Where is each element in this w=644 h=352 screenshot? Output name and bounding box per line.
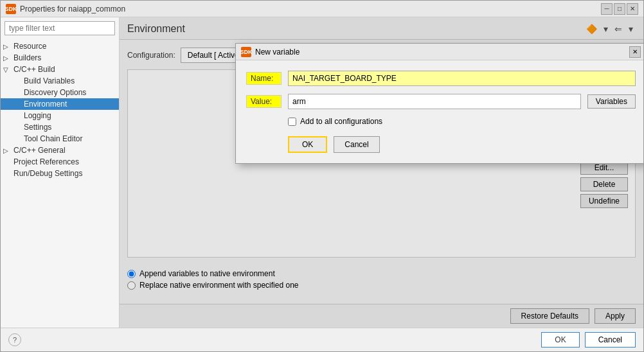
modal-overlay: SDK New variable ✕ Name: Value: [120, 17, 643, 328]
modal-footer: OK Cancel [246, 136, 636, 153]
modal-title: New variable [255, 48, 300, 57]
modal-title-bar: SDK New variable ✕ [236, 44, 643, 60]
title-bar-buttons: ─ □ ✕ [601, 3, 638, 15]
close-window-button[interactable]: ✕ [627, 3, 638, 15]
modal-checkbox-row: Add to all configurations [288, 117, 636, 126]
sidebar-item-tool-chain-editor[interactable]: Tool Chain Editor [1, 133, 119, 145]
footer-cancel-button[interactable]: Cancel [585, 332, 636, 348]
right-panel: Environment 🔶 ▾ ⇐ ▾ Configuration: Defau… [120, 17, 643, 328]
sidebar-item-cpp-general[interactable]: ▷ C/C++ General [1, 145, 119, 156]
all-configs-label: Add to all configurations [300, 117, 382, 126]
modal-cancel-button[interactable]: Cancel [334, 136, 379, 153]
sidebar-item-environment[interactable]: Environment [1, 98, 119, 110]
title-bar: SDK Properties for naiapp_common ─ □ ✕ [1, 1, 643, 17]
modal-close-button[interactable]: ✕ [629, 46, 641, 58]
new-variable-dialog: SDK New variable ✕ Name: Value: [235, 43, 643, 164]
footer-ok-button[interactable]: OK [541, 332, 579, 348]
footer-buttons: OK Cancel [541, 332, 636, 348]
expand-icon: ▽ [3, 66, 11, 73]
modal-body: Name: Value: Variables Add to all config… [236, 60, 643, 163]
all-configs-checkbox[interactable] [288, 118, 296, 126]
modal-value-label: Value: [246, 95, 282, 108]
modal-app-icon: SDK [241, 47, 251, 57]
modal-name-label: Name: [246, 72, 282, 85]
maximize-button[interactable]: □ [614, 3, 625, 15]
main-content: ▷ Resource ▷ Builders ▽ C/C++ Build Buil… [1, 17, 643, 328]
sidebar-item-cpp-build[interactable]: ▽ C/C++ Build [1, 64, 119, 75]
title-bar-left: SDK Properties for naiapp_common [6, 4, 125, 14]
footer-bar: ? OK Cancel [1, 328, 643, 351]
sidebar-item-builders[interactable]: ▷ Builders [1, 52, 119, 64]
modal-value-row: Value: Variables [246, 94, 636, 109]
app-icon: SDK [6, 4, 16, 14]
expand-icon: ▷ [3, 55, 11, 62]
sidebar-item-logging[interactable]: Logging [1, 110, 119, 121]
help-button[interactable]: ? [8, 333, 21, 346]
modal-name-row: Name: [246, 71, 636, 86]
modal-name-input[interactable] [288, 71, 636, 86]
window-title: Properties for naiapp_common [20, 4, 125, 13]
sidebar-item-resource[interactable]: ▷ Resource [1, 40, 119, 52]
modal-value-input[interactable] [288, 94, 581, 109]
modal-ok-button[interactable]: OK [288, 136, 327, 153]
variables-button[interactable]: Variables [587, 94, 636, 109]
sidebar-item-project-references[interactable]: Project References [1, 156, 119, 168]
expand-icon: ▷ [3, 43, 11, 50]
sidebar-item-build-variables[interactable]: Build Variables [1, 75, 119, 87]
sidebar-item-discovery-options[interactable]: Discovery Options [1, 87, 119, 98]
modal-title-left: SDK New variable [241, 47, 300, 57]
main-window: SDK Properties for naiapp_common ─ □ ✕ ▷… [0, 0, 644, 352]
sidebar-item-run-debug-settings[interactable]: Run/Debug Settings [1, 168, 119, 179]
expand-icon: ▷ [3, 147, 11, 154]
tree-area: ▷ Resource ▷ Builders ▽ C/C++ Build Buil… [1, 39, 119, 328]
minimize-button[interactable]: ─ [601, 3, 613, 15]
sidebar-item-settings[interactable]: Settings [1, 121, 119, 133]
filter-input[interactable] [4, 21, 115, 35]
sidebar: ▷ Resource ▷ Builders ▽ C/C++ Build Buil… [1, 17, 120, 328]
